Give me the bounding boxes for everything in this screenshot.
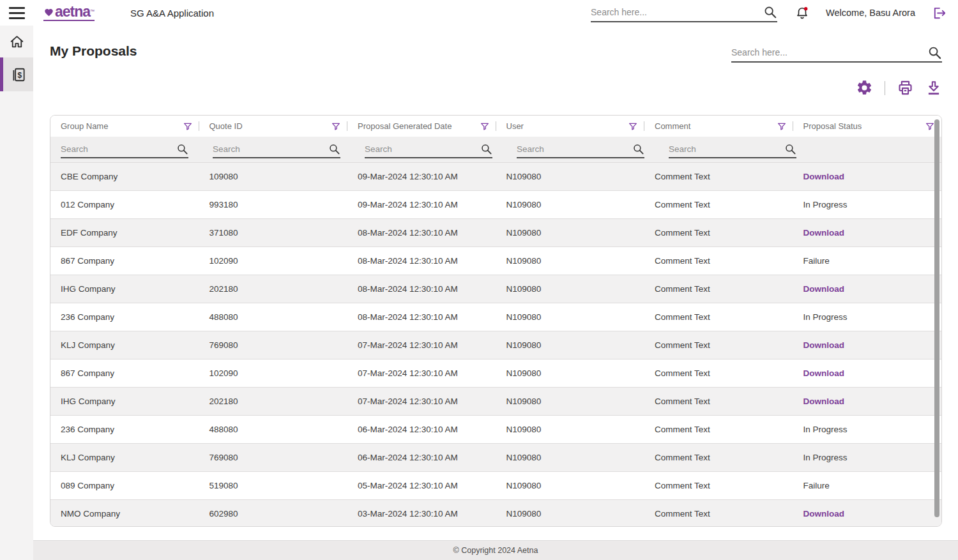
search-icon[interactable] — [784, 143, 796, 155]
cell-proposal-status: In Progress — [793, 416, 942, 443]
search-icon[interactable] — [763, 5, 777, 19]
cell-proposal-status[interactable]: Download — [793, 500, 942, 527]
column-search-input[interactable] — [61, 144, 174, 154]
column-header-quote-id: Quote ID — [199, 116, 348, 137]
proposal-status-value[interactable]: Download — [803, 340, 845, 350]
global-search-input[interactable] — [591, 7, 761, 17]
proposal-status-value[interactable]: Download — [803, 228, 845, 238]
cell-proposal-status[interactable]: Download — [793, 163, 942, 190]
filter-icon[interactable] — [628, 121, 638, 132]
settings-button[interactable] — [856, 79, 873, 96]
filter-icon[interactable] — [183, 121, 193, 132]
column-search-input[interactable] — [517, 144, 630, 154]
cell-user: N109080 — [496, 388, 645, 415]
column-search-user — [506, 140, 658, 158]
cell-user: N109080 — [496, 472, 645, 499]
column-search-comment — [658, 140, 810, 158]
cell-comment: Comment Text — [644, 303, 793, 331]
logout-button[interactable] — [932, 6, 947, 20]
table-row: EDF Company 371080 08-Mar-2024 12:30:10 … — [50, 218, 941, 246]
menu-toggle-button[interactable] — [0, 7, 33, 19]
proposal-status-value[interactable]: Download — [803, 509, 845, 518]
cell-user: N109080 — [496, 219, 645, 246]
column-search-group-name — [50, 140, 202, 158]
table-row: IHG Company 202180 07-Mar-2024 12:30:10 … — [50, 387, 941, 415]
table-row: KLJ Company 769080 06-Mar-2024 12:30:10 … — [50, 443, 941, 471]
cell-proposal-status[interactable]: Download — [793, 359, 942, 387]
proposal-status-value: In Progress — [803, 453, 848, 462]
cell-group-name: 236 Company — [50, 303, 199, 331]
column-search-input[interactable] — [213, 144, 326, 154]
proposals-table: Group Name Quote ID Proposal Generated D… — [50, 115, 942, 527]
cell-group-name: 867 Company — [50, 247, 199, 275]
cell-proposal-status[interactable]: Download — [793, 275, 942, 303]
cell-comment: Comment Text — [644, 444, 793, 471]
print-button[interactable] — [897, 79, 914, 96]
filter-icon[interactable] — [480, 121, 490, 132]
filter-icon[interactable] — [331, 121, 341, 132]
search-icon[interactable] — [328, 143, 340, 155]
search-icon[interactable] — [480, 143, 492, 155]
copyright-text: © Copyright 2024 Aetna — [453, 546, 538, 555]
table-row: NMO Company 602980 03-Mar-2024 12:30:10 … — [50, 499, 941, 527]
sidebar-item-home[interactable] — [0, 26, 33, 57]
cell-group-name: IHG Company — [50, 275, 199, 303]
table-body: CBE Company 109080 09-Mar-2024 12:30:10 … — [50, 162, 941, 527]
table-scrollbar[interactable] — [933, 117, 940, 525]
search-icon[interactable] — [632, 143, 644, 155]
search-icon[interactable] — [176, 143, 188, 155]
table-row: CBE Company 109080 09-Mar-2024 12:30:10 … — [50, 162, 941, 190]
gear-icon — [856, 79, 873, 96]
proposal-status-value: In Progress — [803, 200, 848, 209]
table-global-search-input[interactable] — [731, 47, 925, 57]
home-icon — [9, 34, 25, 50]
sidebar-item-proposals[interactable]: $ — [0, 57, 33, 91]
cell-proposal-generated-date: 06-Mar-2024 12:30:10 AM — [347, 416, 496, 443]
toolbar-divider — [885, 81, 886, 95]
cell-quote-id: 602980 — [199, 500, 348, 527]
cell-proposal-status: Failure — [793, 247, 942, 275]
cell-quote-id: 102090 — [199, 247, 348, 275]
column-search-input[interactable] — [365, 144, 478, 154]
cell-group-name: KLJ Company — [50, 444, 199, 471]
download-button[interactable] — [925, 79, 942, 96]
table-row: IHG Company 202180 08-Mar-2024 12:30:10 … — [50, 275, 941, 303]
cell-proposal-status: Failure — [793, 472, 942, 499]
cell-group-name: 089 Company — [50, 472, 199, 499]
aetna-logo[interactable]: aetna ™ — [43, 4, 95, 21]
cell-comment: Comment Text — [644, 500, 793, 527]
top-header-bar: aetna ™ SG A&A Application Welcome, Basu… — [0, 0, 958, 26]
search-icon[interactable] — [927, 45, 942, 60]
column-label: Group Name — [61, 121, 108, 131]
cell-proposal-generated-date: 08-Mar-2024 12:30:10 AM — [347, 275, 496, 303]
app-title: SG A&A Application — [130, 8, 214, 19]
cell-comment: Comment Text — [644, 388, 793, 415]
cell-proposal-status[interactable]: Download — [793, 331, 942, 359]
proposal-status-value[interactable]: Download — [803, 172, 845, 181]
cell-group-name: 236 Company — [50, 416, 199, 443]
cell-group-name: 867 Company — [50, 359, 199, 387]
column-header-proposal-status: Proposal Status — [793, 116, 942, 137]
proposal-status-value[interactable]: Download — [803, 368, 845, 378]
cell-user: N109080 — [496, 331, 645, 359]
cell-proposal-generated-date: 07-Mar-2024 12:30:10 AM — [347, 388, 496, 415]
scrollbar-thumb[interactable] — [934, 119, 939, 517]
cell-proposal-status[interactable]: Download — [793, 388, 942, 415]
cell-proposal-status[interactable]: Download — [793, 219, 942, 246]
notifications-button[interactable] — [795, 6, 809, 20]
cell-proposal-status: In Progress — [793, 191, 942, 218]
table-row: 012 Company 993180 09-Mar-2024 12:30:10 … — [50, 190, 941, 218]
cell-group-name: 012 Company — [50, 191, 199, 218]
cell-proposal-generated-date: 07-Mar-2024 12:30:10 AM — [347, 331, 496, 359]
proposal-status-value[interactable]: Download — [803, 284, 845, 294]
table-header-row: Group Name Quote ID Proposal Generated D… — [50, 116, 941, 137]
cell-quote-id: 202180 — [199, 388, 348, 415]
column-search-input[interactable] — [669, 144, 782, 154]
cell-group-name: NMO Company — [50, 500, 199, 527]
logo-trademark: ™ — [90, 9, 95, 13]
filter-icon[interactable] — [777, 121, 787, 132]
proposal-status-value[interactable]: Download — [803, 397, 845, 406]
proposal-document-icon: $ — [10, 66, 27, 83]
table-row: 089 Company 519080 05-Mar-2024 12:30:10 … — [50, 471, 941, 499]
table-row: 236 Company 488080 06-Mar-2024 12:30:10 … — [50, 415, 941, 443]
